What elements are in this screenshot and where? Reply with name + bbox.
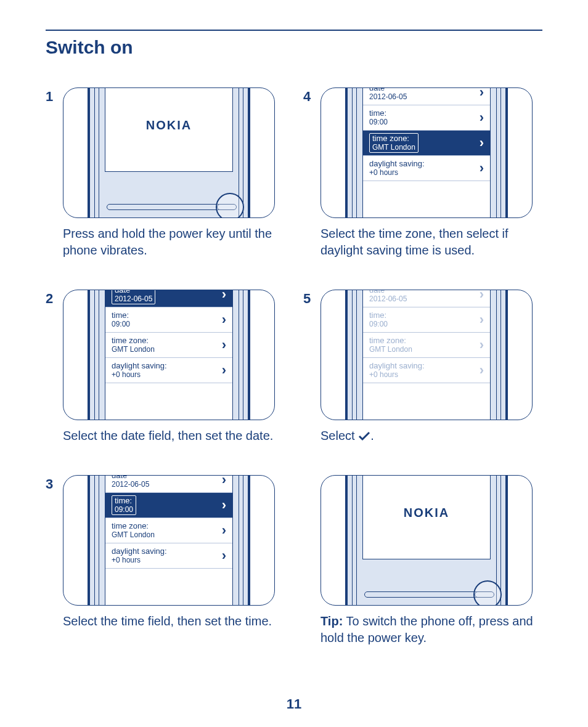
chevron-right-icon: › (222, 522, 226, 538)
page-title: Switch on (46, 37, 542, 58)
time-row-selected[interactable]: time:09:00 › (105, 493, 232, 518)
date-row[interactable]: date2012-06-05 › (105, 475, 232, 493)
step-3: 3 date & time ✓ (46, 475, 285, 646)
step-4: 4 date & time ✓ (303, 87, 542, 259)
dst-row[interactable]: daylight saving:+0 hours › (105, 543, 232, 569)
chevron-right-icon: › (222, 362, 226, 378)
illustration-power-on: NOKIA (63, 87, 275, 218)
chevron-right-icon: › (222, 548, 226, 564)
nokia-logo: NOKIA (363, 506, 490, 520)
chevron-right-icon: › (480, 337, 484, 353)
chevron-right-icon: › (222, 290, 226, 303)
step-5: 5 date & time ✓ (303, 290, 542, 444)
nokia-logo: NOKIA (105, 118, 232, 132)
chevron-right-icon: › (480, 110, 484, 126)
dst-row[interactable]: daylight saving:+0 hours › (363, 358, 490, 383)
page-number: 11 (0, 696, 588, 712)
power-key-highlight-icon (216, 193, 244, 218)
chevron-right-icon: › (480, 135, 484, 151)
step-caption: Tip: To switch the phone off, press and … (321, 613, 542, 646)
step-number: 2 (46, 291, 57, 307)
time-row[interactable]: time:09:00 › (105, 307, 232, 333)
chevron-right-icon: › (222, 497, 226, 513)
chevron-right-icon: › (480, 362, 484, 378)
illustration-time: date & time ✓ date2012-06-05 › time:09:0… (63, 475, 275, 606)
chevron-right-icon: › (222, 312, 226, 328)
step-1: 1 NOKIA Press and hold the power key unt… (46, 87, 285, 259)
illustration-timezone: date & time ✓ date2012-06-05 › time:09:0… (321, 87, 533, 218)
illustration-power-off: NOKIA (321, 475, 533, 606)
timezone-row[interactable]: time zone:GMT London › (363, 333, 490, 358)
tip-label: Tip: (321, 614, 343, 628)
step-caption: Press and hold the power key until the p… (63, 225, 285, 259)
date-row[interactable]: date2012-06-05 › (363, 87, 490, 105)
date-row[interactable]: date2012-06-05 › (363, 290, 490, 307)
chevron-right-icon: › (480, 312, 484, 328)
date-row-selected[interactable]: date2012-06-05 › (105, 290, 232, 307)
illustration-date: date & time ✓ date2012-06-05 › time:09:0… (63, 290, 275, 420)
chevron-right-icon: › (480, 160, 484, 176)
step-number: 1 (46, 89, 57, 105)
step-number: 5 (303, 291, 314, 307)
step-tip: NOKIA Tip: To switch the phone off, pres… (303, 475, 542, 646)
check-icon (358, 431, 370, 441)
step-number: 3 (46, 476, 57, 492)
step-caption: Select the time field, then set the time… (63, 613, 285, 630)
timezone-row[interactable]: time zone:GMT London › (105, 333, 232, 358)
timezone-row[interactable]: time zone:GMT London › (105, 518, 232, 543)
chevron-right-icon: › (480, 87, 484, 100)
dst-row[interactable]: daylight saving:+0 hours › (105, 358, 232, 383)
step-caption: Select the date field, then set the date… (63, 428, 285, 444)
time-row[interactable]: time:09:00 › (363, 105, 490, 131)
step-number: 4 (303, 89, 314, 105)
step-caption: Select . (321, 428, 542, 444)
dst-row[interactable]: daylight saving:+0 hours › (363, 156, 490, 181)
time-row[interactable]: time:09:00 › (363, 307, 490, 333)
chevron-right-icon: › (480, 290, 484, 303)
chevron-right-icon: › (222, 475, 226, 488)
step-2: 2 date & time ✓ (46, 290, 285, 444)
illustration-confirm: date & time ✓ date2012-06-05 › time:09:0… (321, 290, 533, 420)
timezone-row-selected[interactable]: time zone:GMT London › (363, 131, 490, 156)
chevron-right-icon: › (222, 337, 226, 353)
power-key-highlight-icon (473, 580, 502, 606)
step-caption: Select the time zone, then select if day… (321, 225, 542, 259)
